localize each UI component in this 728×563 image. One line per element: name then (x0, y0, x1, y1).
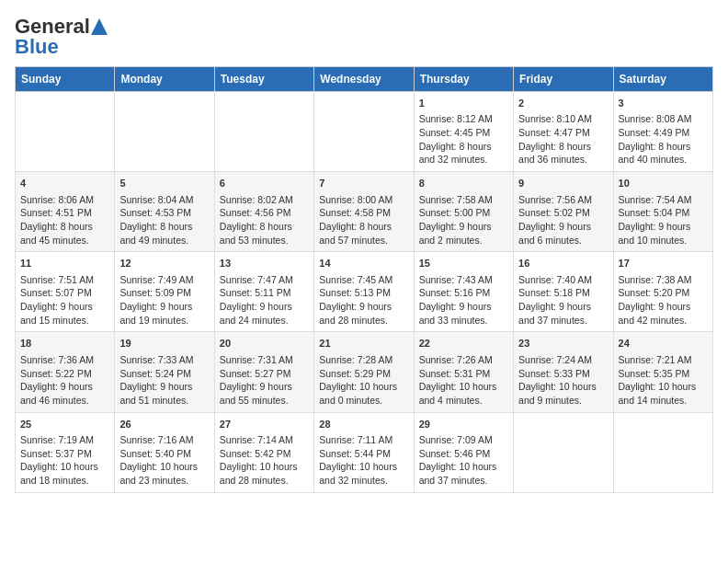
day-number: 8 (419, 177, 508, 190)
day-number: 24 (619, 337, 708, 350)
day-number: 13 (220, 257, 309, 270)
day-number: 9 (518, 177, 608, 190)
weekday-header-thursday: Thursday (414, 67, 513, 92)
svg-marker-0 (91, 18, 108, 35)
calendar-cell: 25Sunrise: 7:19 AM Sunset: 5:37 PM Dayli… (16, 412, 115, 492)
week-row-5: 25Sunrise: 7:19 AM Sunset: 5:37 PM Dayli… (16, 412, 713, 492)
calendar-cell: 8Sunrise: 7:58 AM Sunset: 5:00 PM Daylig… (414, 172, 513, 252)
cell-content: Sunrise: 7:09 AM Sunset: 5:46 PM Dayligh… (419, 433, 508, 488)
calendar-cell: 2Sunrise: 8:10 AM Sunset: 4:47 PM Daylig… (514, 92, 613, 172)
day-number: 2 (518, 97, 608, 110)
cell-content: Sunrise: 7:14 AM Sunset: 5:42 PM Dayligh… (220, 433, 309, 488)
day-number: 15 (419, 257, 508, 270)
day-number: 7 (319, 177, 408, 190)
day-number: 22 (419, 337, 508, 350)
logo-blue: Blue (15, 35, 59, 59)
cell-content: Sunrise: 8:02 AM Sunset: 4:56 PM Dayligh… (220, 193, 309, 247)
day-number: 26 (119, 418, 209, 431)
day-number: 10 (619, 177, 708, 190)
cell-content: Sunrise: 7:26 AM Sunset: 5:31 PM Dayligh… (419, 353, 508, 408)
day-number: 28 (319, 418, 408, 431)
cell-content: Sunrise: 7:38 AM Sunset: 5:20 PM Dayligh… (619, 273, 708, 327)
cell-content: Sunrise: 7:40 AM Sunset: 5:18 PM Dayligh… (518, 273, 608, 327)
cell-content: Sunrise: 7:11 AM Sunset: 5:44 PM Dayligh… (319, 433, 408, 488)
cell-content: Sunrise: 7:56 AM Sunset: 5:02 PM Dayligh… (518, 193, 608, 247)
calendar-cell: 16Sunrise: 7:40 AM Sunset: 5:18 PM Dayli… (514, 252, 613, 332)
calendar-cell: 11Sunrise: 7:51 AM Sunset: 5:07 PM Dayli… (16, 252, 115, 332)
cell-content: Sunrise: 7:54 AM Sunset: 5:04 PM Dayligh… (619, 193, 708, 247)
day-number: 11 (20, 257, 109, 270)
cell-content: Sunrise: 7:33 AM Sunset: 5:24 PM Dayligh… (119, 353, 209, 408)
weekday-header-wednesday: Wednesday (314, 67, 414, 92)
cell-content: Sunrise: 7:43 AM Sunset: 5:16 PM Dayligh… (419, 273, 508, 327)
calendar-cell: 14Sunrise: 7:45 AM Sunset: 5:13 PM Dayli… (314, 252, 414, 332)
cell-content: Sunrise: 7:45 AM Sunset: 5:13 PM Dayligh… (319, 273, 408, 327)
calendar-cell: 6Sunrise: 8:02 AM Sunset: 4:56 PM Daylig… (214, 172, 313, 252)
calendar-cell (314, 92, 414, 172)
day-number: 23 (518, 337, 608, 350)
cell-content: Sunrise: 8:00 AM Sunset: 4:58 PM Dayligh… (319, 193, 408, 247)
calendar-cell: 21Sunrise: 7:28 AM Sunset: 5:29 PM Dayli… (314, 332, 414, 412)
calendar-cell: 24Sunrise: 7:21 AM Sunset: 5:35 PM Dayli… (613, 332, 712, 412)
weekday-header-saturday: Saturday (613, 67, 712, 92)
cell-content: Sunrise: 7:31 AM Sunset: 5:27 PM Dayligh… (220, 353, 309, 408)
day-number: 14 (319, 257, 408, 270)
calendar-cell: 15Sunrise: 7:43 AM Sunset: 5:16 PM Dayli… (414, 252, 513, 332)
day-number: 5 (119, 177, 209, 190)
calendar-cell (613, 412, 712, 492)
cell-content: Sunrise: 7:21 AM Sunset: 5:35 PM Dayligh… (619, 353, 708, 408)
day-number: 12 (119, 257, 209, 270)
cell-content: Sunrise: 8:10 AM Sunset: 4:47 PM Dayligh… (518, 112, 608, 167)
day-number: 29 (419, 418, 508, 431)
weekday-header-friday: Friday (514, 67, 613, 92)
calendar-cell: 10Sunrise: 7:54 AM Sunset: 5:04 PM Dayli… (613, 172, 712, 252)
cell-content: Sunrise: 7:51 AM Sunset: 5:07 PM Dayligh… (20, 273, 109, 327)
cell-content: Sunrise: 7:49 AM Sunset: 5:09 PM Dayligh… (119, 273, 209, 327)
calendar-cell (514, 412, 613, 492)
cell-content: Sunrise: 8:06 AM Sunset: 4:51 PM Dayligh… (20, 193, 109, 247)
week-row-4: 18Sunrise: 7:36 AM Sunset: 5:22 PM Dayli… (16, 332, 713, 412)
calendar-cell: 20Sunrise: 7:31 AM Sunset: 5:27 PM Dayli… (214, 332, 313, 412)
cell-content: Sunrise: 7:19 AM Sunset: 5:37 PM Dayligh… (20, 433, 109, 488)
logo: General Blue (15, 15, 108, 59)
calendar-cell: 29Sunrise: 7:09 AM Sunset: 5:46 PM Dayli… (414, 412, 513, 492)
calendar-cell: 1Sunrise: 8:12 AM Sunset: 4:45 PM Daylig… (414, 92, 513, 172)
calendar-cell: 5Sunrise: 8:04 AM Sunset: 4:53 PM Daylig… (115, 172, 214, 252)
cell-content: Sunrise: 7:58 AM Sunset: 5:00 PM Dayligh… (419, 193, 508, 247)
day-number: 16 (518, 257, 608, 270)
cell-content: Sunrise: 8:04 AM Sunset: 4:53 PM Dayligh… (119, 193, 209, 247)
calendar-cell (115, 92, 214, 172)
calendar-cell: 3Sunrise: 8:08 AM Sunset: 4:49 PM Daylig… (613, 92, 712, 172)
cell-content: Sunrise: 8:08 AM Sunset: 4:49 PM Dayligh… (619, 112, 708, 167)
cell-content: Sunrise: 7:16 AM Sunset: 5:40 PM Dayligh… (119, 433, 209, 488)
calendar-cell: 19Sunrise: 7:33 AM Sunset: 5:24 PM Dayli… (115, 332, 214, 412)
calendar-cell (214, 92, 313, 172)
day-number: 19 (119, 337, 209, 350)
cell-content: Sunrise: 7:24 AM Sunset: 5:33 PM Dayligh… (518, 353, 608, 408)
week-row-2: 4Sunrise: 8:06 AM Sunset: 4:51 PM Daylig… (16, 172, 713, 252)
day-number: 18 (20, 337, 109, 350)
calendar-cell (16, 92, 115, 172)
calendar-cell: 27Sunrise: 7:14 AM Sunset: 5:42 PM Dayli… (214, 412, 313, 492)
calendar-cell: 9Sunrise: 7:56 AM Sunset: 5:02 PM Daylig… (514, 172, 613, 252)
day-number: 27 (220, 418, 309, 431)
day-number: 21 (319, 337, 408, 350)
cell-content: Sunrise: 7:47 AM Sunset: 5:11 PM Dayligh… (220, 273, 309, 327)
day-number: 1 (419, 97, 508, 110)
calendar-cell: 28Sunrise: 7:11 AM Sunset: 5:44 PM Dayli… (314, 412, 414, 492)
header: General Blue (15, 15, 713, 59)
calendar-cell: 23Sunrise: 7:24 AM Sunset: 5:33 PM Dayli… (514, 332, 613, 412)
day-number: 4 (20, 177, 109, 190)
weekday-header-monday: Monday (115, 67, 214, 92)
calendar-cell: 13Sunrise: 7:47 AM Sunset: 5:11 PM Dayli… (214, 252, 313, 332)
cell-content: Sunrise: 7:36 AM Sunset: 5:22 PM Dayligh… (20, 353, 109, 408)
cell-content: Sunrise: 8:12 AM Sunset: 4:45 PM Dayligh… (419, 112, 508, 167)
weekday-header-tuesday: Tuesday (214, 67, 313, 92)
week-row-3: 11Sunrise: 7:51 AM Sunset: 5:07 PM Dayli… (16, 252, 713, 332)
day-number: 20 (220, 337, 309, 350)
week-row-1: 1Sunrise: 8:12 AM Sunset: 4:45 PM Daylig… (16, 92, 713, 172)
day-number: 25 (20, 418, 109, 431)
calendar-table: SundayMondayTuesdayWednesdayThursdayFrid… (15, 66, 713, 493)
calendar-cell: 7Sunrise: 8:00 AM Sunset: 4:58 PM Daylig… (314, 172, 414, 252)
header-row: SundayMondayTuesdayWednesdayThursdayFrid… (16, 67, 713, 92)
